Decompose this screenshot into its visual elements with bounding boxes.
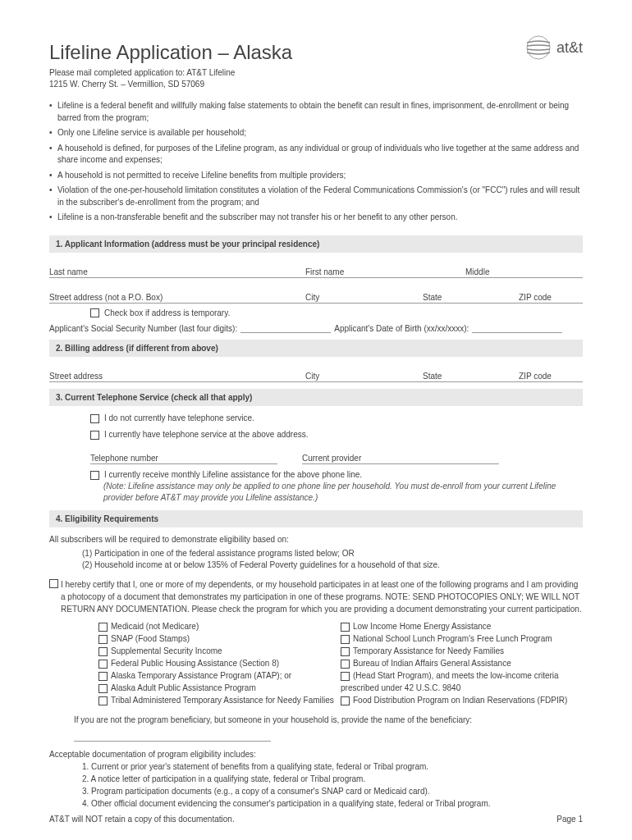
tel-provider-field[interactable]: Current provider xyxy=(302,454,499,464)
dob-label: Applicant's Date of Birth (xx/xx/xxxx): xyxy=(334,324,469,333)
programs-col-left: Medicaid (not Medicare) SNAP (Food Stamp… xyxy=(98,620,341,706)
section-4-header: 4. Eligibility Requirements xyxy=(49,510,583,527)
billing-street-field[interactable]: Street address xyxy=(49,372,305,381)
program-item[interactable]: SNAP (Food Stamps) xyxy=(98,632,341,645)
checkbox-icon[interactable] xyxy=(341,696,350,705)
checkbox-icon[interactable] xyxy=(98,672,108,681)
checkbox-icon[interactable] xyxy=(341,660,350,669)
globe-icon xyxy=(525,34,552,61)
mail-address: Please mail completed application to: AT… xyxy=(49,67,292,90)
tel-number-field[interactable]: Telephone number xyxy=(90,454,277,464)
state-field[interactable]: State xyxy=(423,293,519,302)
section-3-header: 3. Current Telephone Service (check all … xyxy=(49,389,583,406)
header: Lifeline Application – Alaska Please mai… xyxy=(49,41,583,90)
logo: at&t xyxy=(525,34,583,61)
accept-item: 4. Other official document evidencing th… xyxy=(82,797,583,810)
section-1-header: 1. Applicant Information (address must b… xyxy=(49,235,583,253)
elig-sub-1: (1) Participation in one of the federal … xyxy=(82,548,583,560)
billing-zip-field[interactable]: ZIP code xyxy=(519,372,583,381)
tel-opt-3[interactable]: I currently receive monthly Lifeline ass… xyxy=(90,469,583,481)
program-item[interactable]: Alaska Temporary Assistance Program (ATA… xyxy=(98,669,341,682)
tel-note: (Note: Lifeline assistance may only be a… xyxy=(103,481,583,504)
checkbox-icon[interactable] xyxy=(341,647,350,656)
program-item[interactable]: National School Lunch Program's Free Lun… xyxy=(341,632,583,645)
footer: AT&T will NOT retain a copy of this docu… xyxy=(49,815,583,824)
brand-text: at&t xyxy=(556,39,583,57)
street-field[interactable]: Street address (not a P.O. Box) xyxy=(49,293,305,302)
ssn-input[interactable] xyxy=(240,324,331,333)
intro-bullets: Lifeline is a federal benefit and willfu… xyxy=(49,100,583,224)
checkbox-icon[interactable] xyxy=(98,635,108,644)
program-item[interactable]: Alaska Adult Public Assistance Program xyxy=(98,682,341,694)
temp-label: Check box if address is temporary. xyxy=(104,308,230,317)
program-item[interactable]: Federal Public Housing Assistance (Secti… xyxy=(98,657,341,669)
last-name-field[interactable]: Last name xyxy=(49,267,305,276)
dob-input[interactable] xyxy=(472,324,562,333)
billing-row: Street address City State ZIP code xyxy=(49,372,583,382)
mail-line-2: 1215 W. Cherry St. – Vermillion, SD 5706… xyxy=(49,79,292,90)
middle-name-field[interactable]: Middle xyxy=(465,267,583,276)
checkbox-icon[interactable] xyxy=(49,579,58,588)
checkbox-icon[interactable] xyxy=(341,623,350,632)
temp-address-check[interactable]: Check box if address is temporary. xyxy=(90,308,583,318)
checkbox-icon[interactable] xyxy=(98,623,108,632)
svg-point-0 xyxy=(527,36,550,59)
program-item[interactable]: Low Income Home Energy Assistance xyxy=(341,620,583,632)
first-name-field[interactable]: First name xyxy=(305,267,465,276)
checkbox-icon[interactable] xyxy=(98,684,108,693)
checkbox-icon[interactable] xyxy=(90,308,99,317)
elig-intro: All subscribers will be required to demo… xyxy=(49,534,583,546)
programs-list: Medicaid (not Medicare) SNAP (Food Stamp… xyxy=(98,620,583,706)
tel-opt-1[interactable]: I do not currently have telephone servic… xyxy=(90,413,583,424)
document-page: Lifeline Application – Alaska Please mai… xyxy=(0,0,632,840)
acceptable-docs-header: Acceptable documentation of program elig… xyxy=(49,750,583,759)
zip-field[interactable]: ZIP code xyxy=(519,293,583,302)
program-item[interactable]: Tribal Administered Temporary Assistance… xyxy=(98,694,341,706)
bullet-item: Violation of the one-per-household limit… xyxy=(49,185,583,208)
checkbox-icon[interactable] xyxy=(98,696,108,705)
checkbox-icon[interactable] xyxy=(90,471,99,480)
checkbox-icon[interactable] xyxy=(341,635,350,644)
bullet-item: A household is defined, for purposes of … xyxy=(49,143,583,167)
checkbox-icon[interactable] xyxy=(98,660,108,669)
name-row: Last name First name Middle xyxy=(49,267,583,278)
title-block: Lifeline Application – Alaska Please mai… xyxy=(49,41,292,90)
ssn-dob-row: Applicant's Social Security Number (last… xyxy=(49,324,583,333)
bullet-item: Lifeline is a federal benefit and willfu… xyxy=(49,100,583,124)
checkbox-icon[interactable] xyxy=(341,672,350,681)
retain-note: AT&T will NOT retain a copy of this docu… xyxy=(49,815,235,824)
program-item[interactable]: Bureau of Indian Affairs General Assista… xyxy=(341,657,583,669)
ssn-label: Applicant's Social Security Number (last… xyxy=(49,324,237,333)
elig-sub-2: (2) Household income at or below 135% of… xyxy=(82,559,583,572)
page-title: Lifeline Application – Alaska xyxy=(49,41,292,64)
billing-state-field[interactable]: State xyxy=(423,372,519,381)
section-2-header: 2. Billing address (if different from ab… xyxy=(49,340,583,357)
city-field[interactable]: City xyxy=(305,293,423,302)
tel-fields-row: Telephone number Current provider xyxy=(90,454,583,464)
address-row: Street address (not a P.O. Box) City Sta… xyxy=(49,293,583,304)
beneficiary-prompt: If you are not the program beneficiary, … xyxy=(74,714,583,726)
certification[interactable]: I hereby certify that I, one or more of … xyxy=(49,578,583,615)
bullet-item: A household is not permitted to receive … xyxy=(49,170,583,182)
checkbox-icon[interactable] xyxy=(98,647,108,656)
programs-col-right: Low Income Home Energy Assistance Nation… xyxy=(341,620,583,706)
accept-item: 1. Current or prior year's statement of … xyxy=(82,760,583,773)
program-item[interactable]: (Head Start Program), and meets the low-… xyxy=(341,669,583,694)
program-item[interactable]: Food Distribution Program on Indian Rese… xyxy=(341,694,583,706)
accept-item: 2. A notice letter of participation in a… xyxy=(82,773,583,785)
bullet-item: Lifeline is a non-transferable benefit a… xyxy=(49,212,583,224)
program-item[interactable]: Supplemental Security Income xyxy=(98,645,341,657)
bullet-item: Only one Lifeline service is available p… xyxy=(49,127,583,139)
accept-item: 3. Program participation documents (e.g.… xyxy=(82,785,583,797)
program-item[interactable]: Temporary Assistance for Needy Families xyxy=(341,645,583,657)
checkbox-icon[interactable] xyxy=(90,414,99,423)
page-number: Page 1 xyxy=(556,815,583,824)
checkbox-icon[interactable] xyxy=(90,431,99,440)
beneficiary-input[interactable] xyxy=(74,729,271,742)
billing-city-field[interactable]: City xyxy=(305,372,423,381)
tel-opt-2[interactable]: I currently have telephone service at th… xyxy=(90,429,583,441)
program-item[interactable]: Medicaid (not Medicare) xyxy=(98,620,341,632)
mail-line-1: Please mail completed application to: AT… xyxy=(49,67,292,79)
